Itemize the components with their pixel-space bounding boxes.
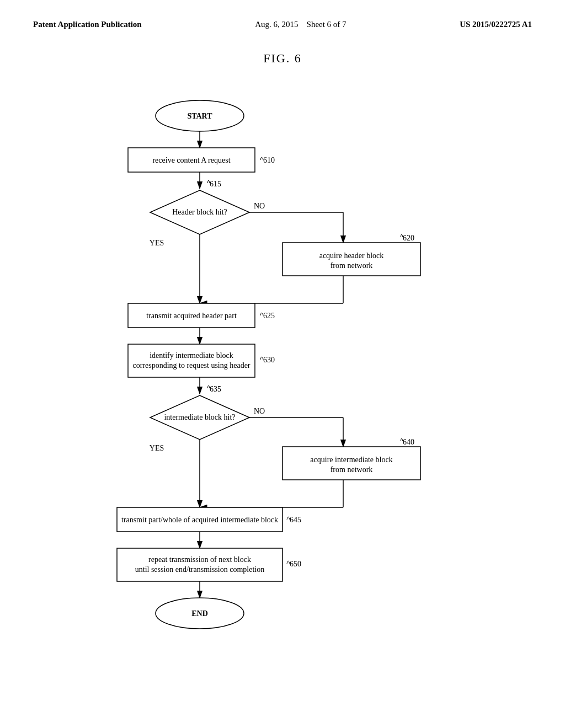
- n630-label-1: identify intermediate block: [150, 351, 233, 360]
- n615-decision: Header block hit?: [172, 208, 227, 216]
- n610-label: receive content A request: [152, 156, 230, 164]
- figure-title: FIG. 6: [0, 51, 565, 66]
- page-header: Patent Application Publication Aug. 6, 2…: [0, 0, 565, 29]
- n640-label-1: acquire intermediate block: [310, 456, 392, 464]
- publication-label: Patent Application Publication: [33, 20, 142, 29]
- n650-label-1: repeat transmission of next block: [148, 555, 251, 564]
- n635-decision: intermediate block hit?: [164, 413, 235, 421]
- n625-ref: 625: [263, 312, 275, 320]
- n620-label-2: from network: [331, 261, 373, 270]
- n650-ref: 650: [290, 560, 301, 568]
- start-label: START: [187, 112, 212, 120]
- n615-ref: 615: [210, 180, 221, 188]
- n620-label-1: acquire header block: [319, 251, 384, 260]
- yes-label-1: YES: [150, 239, 164, 247]
- end-label: END: [191, 609, 208, 618]
- no-label-2: NO: [254, 407, 265, 415]
- n650-label-2: until session end/transmission completio…: [135, 565, 265, 574]
- no-label-1: NO: [254, 202, 265, 210]
- n640-ref: 640: [403, 438, 414, 446]
- sheet-info: Sheet 6 of 7: [307, 20, 347, 29]
- yes-label-2: YES: [150, 444, 164, 452]
- n610-ref: 610: [263, 156, 275, 164]
- svg-rect-13: [128, 344, 255, 377]
- n620-ref: 620: [403, 234, 414, 242]
- n640-label-2: from network: [331, 465, 373, 474]
- n635-ref: 635: [210, 385, 221, 393]
- n645-label: transmit part/whole of acquired intermed…: [121, 516, 278, 524]
- patent-number: US 2015/0222725 A1: [460, 20, 532, 29]
- n645-ref: 645: [290, 516, 301, 524]
- svg-rect-24: [117, 548, 282, 581]
- flowchart-container: START receive content A request 610 615 …: [73, 88, 492, 697]
- n625-label: transmit acquired header part: [146, 312, 237, 320]
- n630-label-2: corresponding to request using header: [132, 361, 250, 370]
- header-center: Aug. 6, 2015 Sheet 6 of 7: [255, 20, 346, 29]
- n630-ref: 630: [263, 356, 275, 364]
- publication-date: Aug. 6, 2015: [255, 20, 298, 29]
- flowchart-svg: START receive content A request 610 615 …: [73, 88, 492, 695]
